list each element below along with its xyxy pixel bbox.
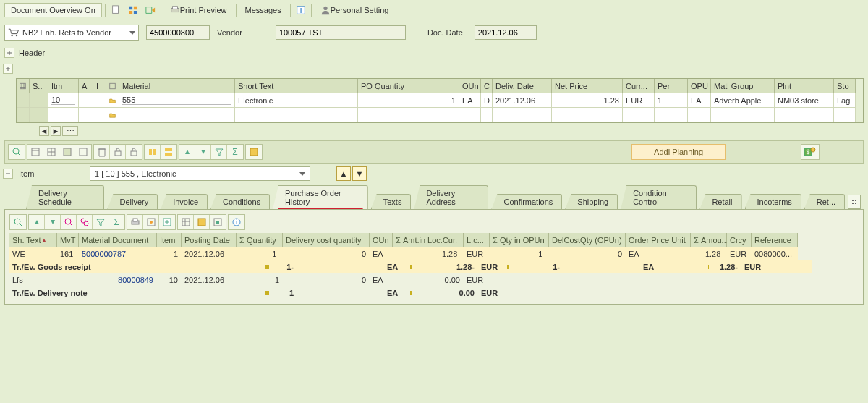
sort-desc-icon[interactable] bbox=[45, 215, 61, 229]
tab-po-history[interactable]: Purchase Order History bbox=[273, 185, 368, 209]
scroll-right-icon[interactable]: ► bbox=[51, 126, 61, 136]
print-icon[interactable] bbox=[127, 215, 143, 229]
tab-invoice[interactable]: Invoice bbox=[161, 194, 208, 209]
currency-button[interactable]: $ bbox=[801, 144, 820, 160]
find-next-icon[interactable] bbox=[77, 215, 93, 229]
col-sh-text[interactable]: Sh. Text bbox=[12, 236, 41, 245]
find-icon[interactable] bbox=[61, 215, 77, 229]
lock-icon[interactable] bbox=[110, 145, 126, 159]
layout-save-icon[interactable] bbox=[194, 215, 210, 229]
col-matl-group[interactable]: Matl Group bbox=[711, 79, 775, 93]
unlock-icon[interactable] bbox=[126, 145, 142, 159]
grid-row[interactable]: 10 555 Electronic 1 EA D 2021.12.06 1.28… bbox=[17, 93, 863, 108]
messages-button[interactable]: Messages bbox=[239, 3, 287, 17]
tab-texts[interactable]: Texts bbox=[371, 194, 412, 209]
col-itm[interactable]: Itm bbox=[48, 79, 79, 93]
config-icon[interactable] bbox=[20, 82, 26, 90]
mat-doc-link[interactable]: 80000849 bbox=[79, 273, 157, 287]
col-quantity[interactable]: Quantity bbox=[247, 236, 276, 245]
create-icon[interactable] bbox=[109, 3, 123, 17]
col-crcy[interactable]: Crcy bbox=[727, 233, 752, 247]
tb-icon[interactable] bbox=[75, 145, 91, 159]
tb-icon[interactable] bbox=[145, 145, 161, 159]
item-select[interactable]: 1 [ 10 ] 555 , Electronic bbox=[90, 166, 310, 181]
col-opu[interactable]: OPU bbox=[688, 79, 711, 93]
tb-icon[interactable] bbox=[59, 145, 75, 159]
tb-icon[interactable] bbox=[246, 145, 262, 159]
col-reference[interactable]: Reference bbox=[752, 233, 798, 247]
info-icon[interactable]: i bbox=[294, 3, 308, 17]
col-delcost-opun[interactable]: DelCostQty (OPUn) bbox=[549, 233, 626, 247]
filter-icon[interactable] bbox=[93, 215, 109, 229]
col-amt-loc[interactable]: Amt.in Loc.Cur. bbox=[403, 236, 457, 245]
vendor-field[interactable] bbox=[276, 25, 406, 40]
tb-icon[interactable] bbox=[27, 145, 43, 159]
col-c[interactable]: C bbox=[481, 79, 493, 93]
tab-condition-control[interactable]: Condition Control bbox=[621, 185, 697, 209]
col-curr[interactable]: Curr... bbox=[623, 79, 655, 93]
col-po-qty[interactable]: PO Quantity bbox=[358, 79, 459, 93]
next-item-button[interactable]: ▼ bbox=[352, 166, 367, 181]
delete-icon[interactable] bbox=[94, 145, 110, 159]
tab-confirmations[interactable]: Confirmations bbox=[491, 194, 562, 209]
export-icon[interactable] bbox=[159, 215, 175, 229]
expand-icon[interactable] bbox=[3, 64, 13, 74]
scroll-left-icon[interactable]: ◄ bbox=[39, 126, 49, 136]
tab-incoterms[interactable]: Incoterms bbox=[745, 194, 801, 209]
col-oun[interactable]: OUn bbox=[459, 79, 481, 93]
detail-icon[interactable] bbox=[9, 145, 25, 159]
grid-row-empty[interactable] bbox=[17, 108, 863, 122]
other-po-icon[interactable] bbox=[143, 3, 158, 17]
more-tabs-button[interactable] bbox=[848, 195, 861, 209]
col-deliv-cost-qty[interactable]: Delivery cost quantity bbox=[283, 233, 370, 247]
sort-desc-icon[interactable] bbox=[195, 145, 211, 159]
col-status[interactable]: S.. bbox=[30, 79, 48, 93]
tb-icon[interactable] bbox=[161, 145, 176, 159]
doc-overview-button[interactable]: Document Overview On bbox=[4, 3, 102, 17]
layout-manage-icon[interactable] bbox=[210, 215, 226, 229]
doc-type-dropdown[interactable]: NB2 Enh. Rets to Vendor bbox=[4, 25, 139, 41]
col-i[interactable]: I bbox=[93, 79, 106, 93]
col-material[interactable]: Material bbox=[119, 79, 235, 93]
layout-icon[interactable] bbox=[178, 215, 194, 229]
col-mvt[interactable]: MvT bbox=[57, 233, 79, 247]
col-deliv-date[interactable]: Deliv. Date bbox=[493, 79, 552, 93]
doc-date-field[interactable] bbox=[475, 25, 537, 40]
col-short-text[interactable]: Short Text bbox=[235, 79, 358, 93]
view-icon[interactable] bbox=[143, 215, 159, 229]
tab-conditions[interactable]: Conditions bbox=[210, 194, 270, 209]
tab-delivery-address[interactable]: Delivery Address bbox=[414, 185, 488, 209]
tb-icon[interactable] bbox=[43, 145, 59, 159]
matchcode-icon[interactable] bbox=[109, 82, 116, 90]
tab-delivery-schedule[interactable]: Delivery Schedule bbox=[26, 185, 104, 209]
personal-setting-button[interactable]: Personal Setting bbox=[315, 3, 395, 17]
mat-doc-link[interactable]: 5000000787 bbox=[79, 247, 157, 260]
col-per[interactable]: Per bbox=[655, 79, 688, 93]
detail-icon[interactable] bbox=[10, 215, 26, 229]
item-expand-icon[interactable] bbox=[3, 169, 13, 179]
sort-asc-icon[interactable] bbox=[29, 215, 45, 229]
scroll-track[interactable]: ⋯ bbox=[62, 126, 78, 136]
addl-planning-button[interactable]: Addl Planning bbox=[631, 144, 726, 160]
col-a[interactable]: A bbox=[79, 79, 93, 93]
col-order-price-unit[interactable]: Order Price Unit bbox=[626, 233, 691, 247]
col-qty-opun[interactable]: Qty in OPUn bbox=[500, 236, 545, 245]
filter-icon[interactable] bbox=[211, 145, 227, 159]
print-preview-button[interactable]: Print Preview bbox=[164, 3, 233, 17]
col-posting-date[interactable]: Posting Date bbox=[182, 233, 237, 247]
cell-material[interactable]: 555 bbox=[122, 96, 231, 105]
prev-item-button[interactable]: ▲ bbox=[336, 166, 351, 181]
tab-shipping[interactable]: Shipping bbox=[565, 194, 618, 209]
sum-icon[interactable]: Σ bbox=[227, 145, 243, 159]
total-icon[interactable]: Σ bbox=[109, 215, 124, 229]
history-row[interactable]: Lfs 80000849 10 2021.12.06 1 0 EA 0.00 E… bbox=[9, 273, 859, 287]
history-row[interactable]: WE 161 5000000787 1 2021.12.06 1- 0 EA 1… bbox=[9, 247, 859, 260]
col-net-price[interactable]: Net Price bbox=[552, 79, 623, 93]
tab-delivery[interactable]: Delivery bbox=[107, 194, 158, 209]
col-amount[interactable]: Amou... bbox=[701, 236, 728, 245]
tab-retail[interactable]: Retail bbox=[699, 194, 741, 209]
display-change-icon[interactable] bbox=[126, 3, 140, 17]
col-item[interactable]: Item bbox=[157, 233, 182, 247]
sort-asc-icon[interactable] bbox=[179, 145, 195, 159]
header-expand-icon[interactable] bbox=[4, 48, 14, 58]
